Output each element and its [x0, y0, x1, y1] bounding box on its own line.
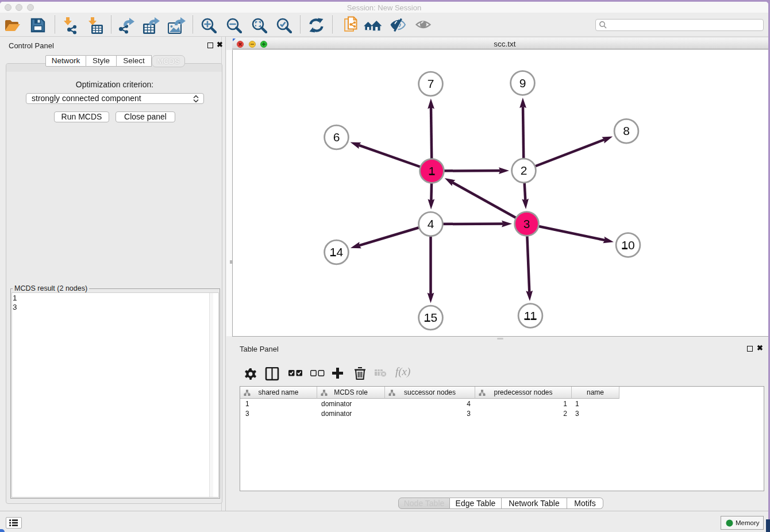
svg-text:14: 14	[330, 245, 344, 259]
svg-text:10: 10	[621, 238, 634, 252]
svg-text:6: 6	[333, 130, 340, 144]
svg-text:2: 2	[521, 164, 528, 177]
svg-text:7: 7	[428, 77, 434, 90]
svg-text:15: 15	[424, 311, 437, 324]
svg-text:3: 3	[523, 217, 530, 230]
svg-text:4: 4	[428, 217, 434, 230]
svg-text:8: 8	[623, 124, 630, 137]
svg-text:9: 9	[519, 76, 526, 90]
svg-text:1: 1	[429, 164, 436, 178]
svg-text:11: 11	[524, 309, 537, 322]
